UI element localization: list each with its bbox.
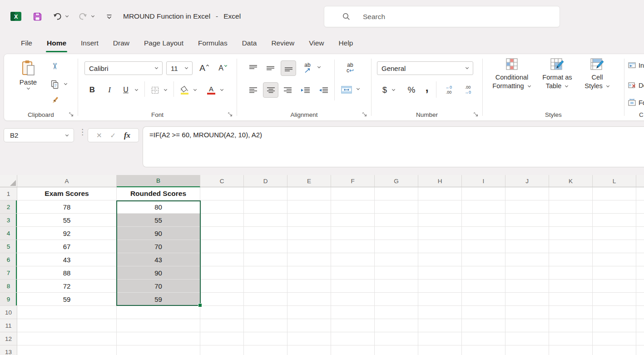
orientation-chevron-icon[interactable]: [317, 66, 321, 69]
cell-A2[interactable]: 78: [17, 200, 117, 214]
font-size-combobox[interactable]: 11: [166, 61, 193, 75]
fill-color-button[interactable]: [178, 82, 191, 98]
cell-J8[interactable]: [505, 280, 549, 293]
font-name-combobox[interactable]: Calibri: [84, 61, 163, 75]
name-box-chevron-icon[interactable]: [65, 134, 69, 137]
column-header-B[interactable]: B: [117, 175, 200, 187]
cancel-button[interactable]: ✕: [96, 131, 102, 140]
tab-draw[interactable]: Draw: [106, 33, 137, 54]
row-header-11[interactable]: 11: [0, 319, 17, 332]
cell-I6[interactable]: [462, 253, 505, 266]
number-dialog-launcher-icon[interactable]: [474, 112, 478, 117]
cell-G6[interactable]: [375, 253, 418, 266]
cell-D1[interactable]: [244, 187, 287, 200]
cell-G12[interactable]: [375, 332, 418, 345]
cell-G1[interactable]: [375, 187, 418, 200]
underline-dropdown-chevron-icon[interactable]: [134, 89, 139, 91]
font-dialog-launcher-icon[interactable]: [228, 112, 233, 117]
cell-G5[interactable]: [375, 240, 418, 253]
cell-I9[interactable]: [462, 293, 505, 306]
cell-A8[interactable]: 72: [17, 280, 117, 293]
cell-J7[interactable]: [505, 266, 549, 280]
cell-E11[interactable]: [287, 319, 331, 332]
cell-G2[interactable]: [375, 200, 418, 214]
cell-H7[interactable]: [418, 266, 462, 280]
column-header-J[interactable]: J: [505, 175, 549, 187]
cell-B10[interactable]: [117, 306, 200, 319]
cell-D5[interactable]: [244, 240, 287, 253]
tab-view[interactable]: View: [302, 33, 331, 54]
cell-F4[interactable]: [331, 227, 375, 240]
tab-formulas[interactable]: Formulas: [191, 33, 235, 54]
cell-D7[interactable]: [244, 266, 287, 280]
align-middle-button[interactable]: [263, 61, 277, 75]
paste-button[interactable]: Paste: [15, 60, 41, 90]
align-center-button[interactable]: [263, 82, 278, 98]
cell-L9[interactable]: [593, 293, 636, 306]
cell-extra-3[interactable]: [636, 214, 644, 227]
select-all-corner[interactable]: [0, 175, 17, 187]
cell-G7[interactable]: [375, 266, 418, 280]
merge-center-chevron-icon[interactable]: [356, 88, 360, 90]
cell-B13[interactable]: [117, 345, 200, 355]
cell-extra-13[interactable]: [636, 345, 644, 355]
cell-B2[interactable]: 80: [117, 200, 200, 214]
cell-I3[interactable]: [462, 214, 505, 227]
cell-K1[interactable]: [549, 187, 593, 200]
cell-extra-11[interactable]: [636, 319, 644, 332]
align-left-button[interactable]: [246, 83, 260, 97]
cell-D8[interactable]: [244, 280, 287, 293]
cell-J1[interactable]: [505, 187, 549, 200]
delete-cells-button[interactable]: De: [628, 81, 644, 89]
underline-button[interactable]: U: [120, 83, 132, 97]
cell-I10[interactable]: [462, 306, 505, 319]
column-header-G[interactable]: G: [375, 175, 418, 187]
increase-decimal-button[interactable]: ←0 .00: [441, 83, 456, 97]
cell-F2[interactable]: [331, 200, 375, 214]
cell-I12[interactable]: [462, 332, 505, 345]
cell-J5[interactable]: [505, 240, 549, 253]
row-header-8[interactable]: 8: [0, 280, 17, 293]
cell-L1[interactable]: [593, 187, 636, 200]
cell-I11[interactable]: [462, 319, 505, 332]
format-as-table-button[interactable]: Format as Table: [536, 58, 578, 90]
cell-C10[interactable]: [200, 306, 244, 319]
cell-B5[interactable]: 70: [117, 240, 200, 253]
font-color-chevron-icon[interactable]: [220, 89, 224, 91]
cell-E13[interactable]: [287, 345, 331, 355]
cell-F7[interactable]: [331, 266, 375, 280]
cell-H11[interactable]: [418, 319, 462, 332]
cell-K12[interactable]: [549, 332, 593, 345]
cell-F9[interactable]: [331, 293, 375, 306]
tab-review[interactable]: Review: [264, 33, 302, 54]
cell-extra-1[interactable]: [636, 187, 644, 200]
cell-extra-7[interactable]: [636, 266, 644, 280]
cell-E3[interactable]: [287, 214, 331, 227]
cell-styles-button[interactable]: Cell Styles: [579, 58, 615, 90]
alignment-dialog-launcher-icon[interactable]: [362, 112, 367, 117]
cell-F8[interactable]: [331, 280, 375, 293]
italic-button[interactable]: I: [104, 83, 115, 97]
increase-font-size-button[interactable]: A: [197, 61, 212, 75]
row-header-5[interactable]: 5: [0, 240, 17, 253]
cell-F13[interactable]: [331, 345, 375, 355]
cell-G3[interactable]: [375, 214, 418, 227]
accounting-format-button[interactable]: $: [380, 83, 390, 97]
cell-J9[interactable]: [505, 293, 549, 306]
cell-J10[interactable]: [505, 306, 549, 319]
cell-E5[interactable]: [287, 240, 331, 253]
cell-A3[interactable]: 55: [17, 214, 117, 227]
cell-B12[interactable]: [117, 332, 200, 345]
cell-G9[interactable]: [375, 293, 418, 306]
cell-K2[interactable]: [549, 200, 593, 214]
cell-L8[interactable]: [593, 280, 636, 293]
cell-E4[interactable]: [287, 227, 331, 240]
align-bottom-button[interactable]: [281, 60, 296, 76]
copy-dropdown-chevron-icon[interactable]: [64, 83, 68, 85]
tab-home[interactable]: Home: [40, 33, 74, 54]
cell-extra-6[interactable]: [636, 253, 644, 266]
enter-button[interactable]: ✓: [110, 131, 116, 140]
cell-H2[interactable]: [418, 200, 462, 214]
accounting-chevron-icon[interactable]: [391, 89, 396, 91]
cell-F11[interactable]: [331, 319, 375, 332]
